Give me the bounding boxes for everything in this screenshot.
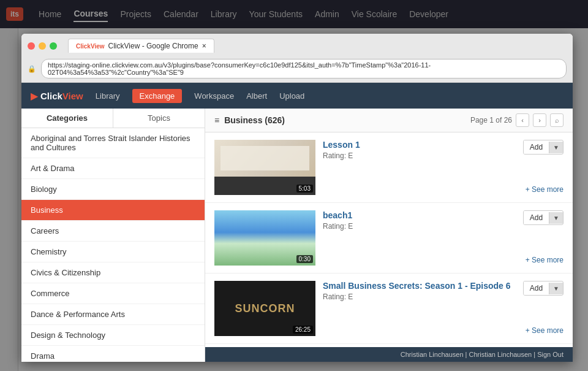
- cv-logo-text: ClickView: [40, 91, 83, 101]
- cv-category-item[interactable]: Commerce: [21, 283, 205, 304]
- cv-content-header: ≡ Business (626) Page 1 of 26 ‹ › ⌕: [205, 109, 573, 132]
- cv-category-item[interactable]: Aboriginal and Torres Strait Islander Hi…: [21, 128, 205, 158]
- add-label: Add: [524, 281, 549, 295]
- cv-video-list: 5:03 Lesson 1 Rating: E Add ▼ + See more: [205, 132, 573, 347]
- footer-user-info: Christian Linchausen | Christian Linchau…: [401, 351, 564, 358]
- browser-tab[interactable]: ClickView ClickView - Google Chrome ×: [68, 39, 214, 53]
- see-more-3[interactable]: + See more: [526, 326, 564, 335]
- pagination-text: Page 1 of 26: [470, 116, 512, 124]
- add-button-1[interactable]: Add ▼: [523, 140, 564, 155]
- cv-sidebar-tabs: Categories Topics: [21, 109, 205, 128]
- video-info-3: Small Business Secrets: Season 1 - Episo…: [323, 281, 516, 301]
- browser-maximize-button[interactable]: [50, 42, 57, 50]
- hamburger-icon[interactable]: ≡: [214, 115, 219, 125]
- add-dropdown-icon[interactable]: ▼: [549, 283, 563, 294]
- cv-tab-categories[interactable]: Categories: [21, 109, 113, 128]
- see-more-1[interactable]: + See more: [526, 185, 564, 194]
- video-item-2: 0:30 beach1 Rating: E Add ▼ + See more: [205, 203, 573, 273]
- browser-minimize-button[interactable]: [39, 42, 46, 50]
- clickview-app: ▶ ClickView Library Exchange Workspace A…: [21, 83, 573, 362]
- cv-sidebar: Categories Topics Aboriginal and Torres …: [21, 109, 205, 362]
- search-button[interactable]: ⌕: [550, 113, 564, 127]
- video-rating-2: Rating: E: [323, 222, 516, 231]
- browser-chrome: ClickView ClickView - Google Chrome × 🔒 …: [21, 34, 573, 83]
- see-more-2[interactable]: + See more: [526, 256, 564, 264]
- video-actions-2: Add ▼ + See more: [523, 210, 564, 264]
- video-title-1[interactable]: Lesson 1: [323, 140, 516, 150]
- cv-tab-topics[interactable]: Topics: [113, 109, 205, 128]
- cv-nav-exchange[interactable]: Exchange: [132, 89, 183, 103]
- cv-category-chemistry[interactable]: Chemistry: [21, 242, 205, 262]
- cv-main: ≡ Business (626) Page 1 of 26 ‹ › ⌕: [205, 109, 573, 362]
- video-duration-2: 0:30: [296, 255, 313, 263]
- video-info-2: beach1 Rating: E: [323, 210, 516, 231]
- cv-category-item[interactable]: Art & Drama: [21, 158, 205, 179]
- video-rating-1: Rating: E: [323, 151, 516, 160]
- window-controls: [28, 42, 57, 50]
- browser-tab-label: ClickView - Google Chrome: [108, 42, 198, 50]
- browser-title-bar: ClickView ClickView - Google Chrome ×: [21, 34, 573, 56]
- ssl-lock-icon: 🔒: [28, 65, 36, 73]
- cv-category-business[interactable]: Business: [21, 200, 205, 221]
- cv-category-item[interactable]: Drama: [21, 346, 205, 362]
- cv-header: ▶ ClickView Library Exchange Workspace A…: [21, 83, 573, 109]
- add-label: Add: [524, 140, 549, 154]
- video-item-3: SUNCORN 26:25 Small Business Secrets: Se…: [205, 273, 573, 344]
- video-actions-3: Add ▼ + See more: [523, 281, 564, 335]
- cv-category-dance-performance-arts[interactable]: Dance & Performance Arts: [21, 304, 205, 325]
- video-duration-1: 5:03: [296, 185, 313, 193]
- video-item-1: 5:03 Lesson 1 Rating: E Add ▼ + See more: [205, 132, 573, 203]
- cv-logo-triangle-icon: ▶: [31, 90, 38, 102]
- cv-body: Categories Topics Aboriginal and Torres …: [21, 109, 573, 362]
- cv-bottom-bar: Christian Linchausen | Christian Linchau…: [205, 347, 573, 362]
- next-page-button[interactable]: ›: [533, 113, 546, 127]
- cv-logo: ▶ ClickView: [31, 90, 83, 102]
- video-info-1: Lesson 1 Rating: E: [323, 140, 516, 160]
- add-button-2[interactable]: Add ▼: [523, 210, 564, 225]
- cv-category-list: Aboriginal and Torres Strait Islander Hi…: [21, 128, 205, 362]
- video-actions-1: Add ▼ + See more: [523, 140, 564, 194]
- video-title-3[interactable]: Small Business Secrets: Season 1 - Episo…: [323, 281, 516, 291]
- video-duration-3: 26:25: [293, 326, 313, 334]
- browser-tab-favicon: ClickView: [76, 43, 105, 50]
- add-dropdown-icon[interactable]: ▼: [549, 212, 563, 224]
- cv-category-item[interactable]: Careers: [21, 221, 205, 242]
- browser-close-button[interactable]: [28, 42, 35, 50]
- cv-category-item[interactable]: Design & Technology: [21, 325, 205, 346]
- prev-page-button[interactable]: ‹: [516, 113, 529, 127]
- video-title-2[interactable]: beach1: [323, 210, 516, 220]
- cv-nav-albert[interactable]: Albert: [246, 91, 267, 101]
- browser-window: ClickView ClickView - Google Chrome × 🔒 …: [21, 34, 573, 362]
- add-button-3[interactable]: Add ▼: [523, 281, 564, 296]
- cv-pagination: Page 1 of 26 ‹ › ⌕: [470, 113, 564, 127]
- video-thumbnail-1[interactable]: 5:03: [214, 140, 315, 195]
- video-rating-3: Rating: E: [323, 293, 516, 301]
- video-thumbnail-3[interactable]: SUNCORN 26:25: [214, 281, 315, 336]
- browser-address-bar: 🔒 https://staging-online.clickview.com.a…: [21, 56, 573, 82]
- address-input[interactable]: https://staging-online.clickview.com.au/…: [41, 59, 567, 78]
- cv-category-item[interactable]: Civics & Citizenship: [21, 262, 205, 283]
- cv-nav-workspace[interactable]: Workspace: [194, 91, 234, 101]
- cv-category-item[interactable]: Biology: [21, 179, 205, 200]
- add-label: Add: [524, 211, 549, 224]
- browser-tab-close-icon[interactable]: ×: [202, 42, 206, 50]
- cv-content-title: Business (626): [224, 115, 470, 125]
- video-thumbnail-2[interactable]: 0:30: [214, 210, 315, 266]
- cv-nav-upload[interactable]: Upload: [279, 91, 304, 101]
- cv-nav-library[interactable]: Library: [96, 91, 120, 101]
- add-dropdown-icon[interactable]: ▼: [549, 142, 563, 153]
